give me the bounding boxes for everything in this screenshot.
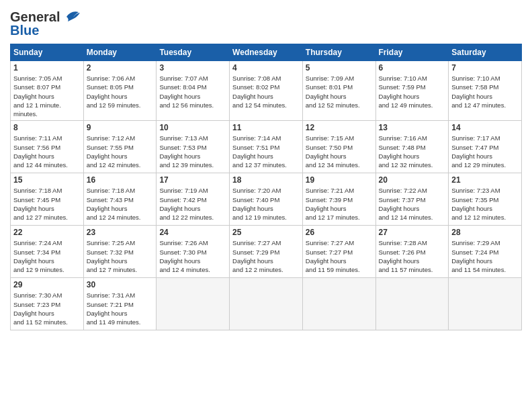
day-number: 24 — [159, 228, 226, 237]
day-info: Sunrise: 7:17 AM Sunset: 7:47 PM Dayligh… — [451, 134, 519, 169]
day-info: Sunrise: 7:24 AM Sunset: 7:34 PM Dayligh… — [13, 238, 81, 274]
day-info: Sunrise: 7:16 AM Sunset: 7:48 PM Dayligh… — [379, 134, 446, 169]
day-info: Sunrise: 7:19 AM Sunset: 7:42 PM Dayligh… — [159, 186, 226, 222]
day-number: 29 — [13, 280, 81, 289]
day-info: Sunrise: 7:31 AM Sunset: 7:21 PM Dayligh… — [87, 291, 154, 326]
calendar-week-5: 29 Sunrise: 7:30 AM Sunset: 7:23 PM Dayl… — [11, 278, 522, 330]
calendar-cell — [302, 278, 375, 330]
calendar-cell: 6 Sunrise: 7:10 AM Sunset: 7:59 PM Dayli… — [375, 61, 449, 121]
day-number: 5 — [306, 63, 373, 73]
calendar-header-wednesday: Wednesday — [230, 44, 303, 61]
calendar-header-sunday: Sunday — [11, 44, 84, 61]
calendar-cell: 26 Sunrise: 7:27 AM Sunset: 7:27 PM Dayl… — [302, 226, 375, 278]
logo-bird-icon — [61, 7, 81, 27]
calendar-cell: 29 Sunrise: 7:30 AM Sunset: 7:23 PM Dayl… — [11, 278, 84, 330]
day-info: Sunrise: 7:12 AM Sunset: 7:55 PM Dayligh… — [87, 134, 154, 169]
day-number: 10 — [159, 123, 226, 132]
calendar-cell: 15 Sunrise: 7:18 AM Sunset: 7:45 PM Dayl… — [11, 173, 84, 226]
day-number: 1 — [13, 63, 81, 73]
day-info: Sunrise: 7:09 AM Sunset: 8:01 PM Dayligh… — [306, 74, 373, 109]
day-info: Sunrise: 7:18 AM Sunset: 7:43 PM Dayligh… — [87, 186, 154, 222]
calendar-cell — [449, 278, 522, 330]
day-info: Sunrise: 7:15 AM Sunset: 7:50 PM Dayligh… — [306, 134, 373, 169]
calendar-cell: 14 Sunrise: 7:17 AM Sunset: 7:47 PM Dayl… — [449, 121, 522, 173]
day-number: 14 — [451, 123, 519, 132]
calendar-header-thursday: Thursday — [302, 44, 375, 61]
day-info: Sunrise: 7:05 AM Sunset: 8:07 PM Dayligh… — [13, 74, 81, 118]
calendar-table: SundayMondayTuesdayWednesdayThursdayFrid… — [10, 44, 522, 330]
day-info: Sunrise: 7:28 AM Sunset: 7:26 PM Dayligh… — [379, 238, 446, 274]
calendar-cell: 10 Sunrise: 7:13 AM Sunset: 7:53 PM Dayl… — [157, 121, 230, 173]
day-number: 23 — [87, 228, 154, 237]
day-info: Sunrise: 7:20 AM Sunset: 7:40 PM Dayligh… — [232, 186, 300, 222]
calendar-cell — [375, 278, 449, 330]
calendar-cell — [157, 278, 230, 330]
day-info: Sunrise: 7:27 AM Sunset: 7:27 PM Dayligh… — [306, 238, 373, 274]
day-number: 6 — [379, 63, 446, 73]
day-number: 15 — [13, 175, 81, 185]
logo: General Blue — [10, 7, 81, 38]
calendar-header-friday: Friday — [375, 44, 449, 61]
day-info: Sunrise: 7:22 AM Sunset: 7:37 PM Dayligh… — [379, 186, 446, 222]
calendar-cell: 17 Sunrise: 7:19 AM Sunset: 7:42 PM Dayl… — [157, 173, 230, 226]
day-info: Sunrise: 7:23 AM Sunset: 7:35 PM Dayligh… — [451, 186, 519, 222]
calendar-cell: 19 Sunrise: 7:21 AM Sunset: 7:39 PM Dayl… — [302, 173, 375, 226]
day-number: 25 — [232, 228, 300, 237]
calendar-header-row: SundayMondayTuesdayWednesdayThursdayFrid… — [11, 44, 522, 61]
day-info: Sunrise: 7:06 AM Sunset: 8:05 PM Dayligh… — [87, 74, 154, 109]
day-number: 13 — [379, 123, 446, 132]
calendar-cell: 30 Sunrise: 7:31 AM Sunset: 7:21 PM Dayl… — [83, 278, 157, 330]
day-info: Sunrise: 7:29 AM Sunset: 7:24 PM Dayligh… — [451, 238, 519, 274]
day-info: Sunrise: 7:21 AM Sunset: 7:39 PM Dayligh… — [306, 186, 373, 222]
day-info: Sunrise: 7:18 AM Sunset: 7:45 PM Dayligh… — [13, 186, 81, 222]
calendar-cell: 3 Sunrise: 7:07 AM Sunset: 8:04 PM Dayli… — [157, 61, 230, 121]
day-info: Sunrise: 7:07 AM Sunset: 8:04 PM Dayligh… — [159, 74, 226, 109]
day-number: 8 — [13, 123, 81, 132]
day-info: Sunrise: 7:11 AM Sunset: 7:56 PM Dayligh… — [13, 134, 81, 169]
calendar-cell: 8 Sunrise: 7:11 AM Sunset: 7:56 PM Dayli… — [11, 121, 84, 173]
calendar-week-3: 15 Sunrise: 7:18 AM Sunset: 7:45 PM Dayl… — [11, 173, 522, 226]
calendar-cell: 23 Sunrise: 7:25 AM Sunset: 7:32 PM Dayl… — [83, 226, 157, 278]
calendar-cell: 5 Sunrise: 7:09 AM Sunset: 8:01 PM Dayli… — [302, 61, 375, 121]
day-number: 19 — [306, 175, 373, 185]
calendar-cell: 7 Sunrise: 7:10 AM Sunset: 7:58 PM Dayli… — [449, 61, 522, 121]
day-number: 9 — [87, 123, 154, 132]
calendar-cell: 12 Sunrise: 7:15 AM Sunset: 7:50 PM Dayl… — [302, 121, 375, 173]
day-info: Sunrise: 7:30 AM Sunset: 7:23 PM Dayligh… — [13, 291, 81, 326]
calendar-header-monday: Monday — [83, 44, 157, 61]
calendar-cell: 11 Sunrise: 7:14 AM Sunset: 7:51 PM Dayl… — [230, 121, 303, 173]
calendar-header-saturday: Saturday — [449, 44, 522, 61]
day-number: 27 — [379, 228, 446, 237]
logo-blue: Blue — [10, 23, 39, 38]
calendar-cell: 20 Sunrise: 7:22 AM Sunset: 7:37 PM Dayl… — [375, 173, 449, 226]
calendar-week-2: 8 Sunrise: 7:11 AM Sunset: 7:56 PM Dayli… — [11, 121, 522, 173]
calendar-week-4: 22 Sunrise: 7:24 AM Sunset: 7:34 PM Dayl… — [11, 226, 522, 278]
calendar-cell: 18 Sunrise: 7:20 AM Sunset: 7:40 PM Dayl… — [230, 173, 303, 226]
day-number: 7 — [451, 63, 519, 73]
calendar-cell: 9 Sunrise: 7:12 AM Sunset: 7:55 PM Dayli… — [83, 121, 157, 173]
calendar-cell: 25 Sunrise: 7:27 AM Sunset: 7:29 PM Dayl… — [230, 226, 303, 278]
calendar-cell: 4 Sunrise: 7:08 AM Sunset: 8:02 PM Dayli… — [230, 61, 303, 121]
day-number: 17 — [159, 175, 226, 185]
day-number: 4 — [232, 63, 300, 73]
day-number: 28 — [451, 228, 519, 237]
day-info: Sunrise: 7:08 AM Sunset: 8:02 PM Dayligh… — [232, 74, 300, 109]
calendar-header-tuesday: Tuesday — [157, 44, 230, 61]
day-number: 30 — [87, 280, 154, 289]
day-number: 21 — [451, 175, 519, 185]
day-number: 22 — [13, 228, 81, 237]
day-info: Sunrise: 7:14 AM Sunset: 7:51 PM Dayligh… — [232, 134, 300, 169]
day-info: Sunrise: 7:27 AM Sunset: 7:29 PM Dayligh… — [232, 238, 300, 274]
day-number: 20 — [379, 175, 446, 185]
calendar-cell: 1 Sunrise: 7:05 AM Sunset: 8:07 PM Dayli… — [11, 61, 84, 121]
calendar-cell: 2 Sunrise: 7:06 AM Sunset: 8:05 PM Dayli… — [83, 61, 157, 121]
header: General Blue — [10, 7, 522, 38]
day-info: Sunrise: 7:10 AM Sunset: 7:58 PM Dayligh… — [451, 74, 519, 109]
calendar-cell: 27 Sunrise: 7:28 AM Sunset: 7:26 PM Dayl… — [375, 226, 449, 278]
day-number: 16 — [87, 175, 154, 185]
day-info: Sunrise: 7:13 AM Sunset: 7:53 PM Dayligh… — [159, 134, 226, 169]
day-number: 11 — [232, 123, 300, 132]
day-number: 3 — [159, 63, 226, 73]
calendar-cell: 28 Sunrise: 7:29 AM Sunset: 7:24 PM Dayl… — [449, 226, 522, 278]
calendar-cell: 16 Sunrise: 7:18 AM Sunset: 7:43 PM Dayl… — [83, 173, 157, 226]
